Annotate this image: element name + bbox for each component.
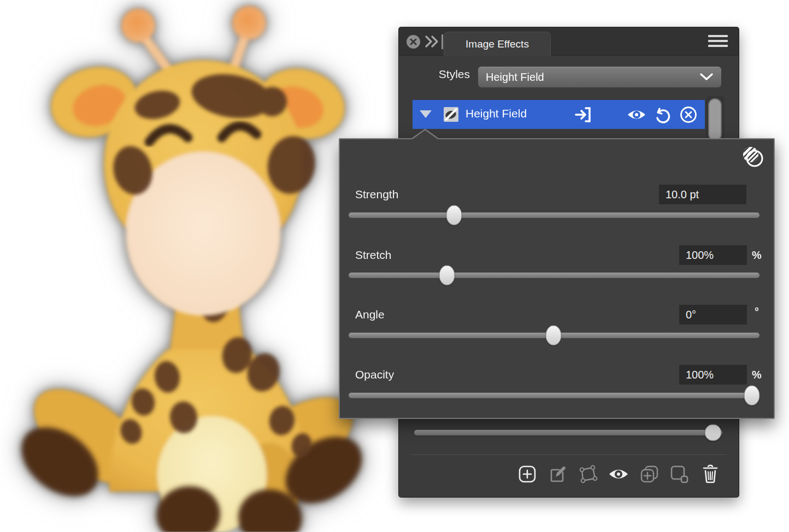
effect-visibility-button[interactable] [626, 106, 645, 123]
layer-thumbnail [444, 107, 458, 122]
strength-label: Strength [355, 185, 398, 204]
effect-row-label: Height Field [466, 107, 527, 120]
tab-image-effects[interactable]: Image Effects [444, 32, 551, 56]
visibility-button[interactable] [608, 463, 629, 485]
angle-slider-track[interactable] [349, 333, 759, 338]
opacity-value: 100% [686, 369, 714, 381]
giraffe-svg [0, 0, 393, 532]
panel-slider-track[interactable] [414, 430, 722, 435]
effect-reset-button[interactable] [653, 106, 672, 123]
import-icon [574, 106, 593, 123]
styles-dropdown-value: Height Field [486, 71, 544, 84]
styles-label: Styles [439, 68, 470, 81]
styles-dropdown[interactable]: Height Field [478, 67, 721, 87]
reset-icon [653, 106, 672, 123]
eye-icon [626, 106, 647, 123]
strength-value-field[interactable]: 10.0 pt [659, 185, 746, 204]
styles-row: Styles Height Field [399, 61, 739, 87]
opacity-slider-track[interactable] [349, 393, 759, 398]
opacity-label: Opacity [355, 365, 394, 385]
stretch-label: Stretch [355, 245, 392, 265]
popup-callout-arrow [412, 129, 438, 140]
texture-drag-icon[interactable] [741, 146, 765, 170]
circle-x-icon [679, 106, 698, 123]
panel-close-button[interactable] [407, 35, 420, 49]
edit-icon [548, 465, 567, 483]
mesh-warp-button[interactable] [577, 463, 599, 485]
stretch-slider-track[interactable] [349, 273, 759, 278]
screen: { "panel": { "tab_title": "Image Effects… [0, 0, 789, 532]
opacity-slider-handle[interactable] [744, 386, 759, 406]
duplicate-plus-icon [639, 465, 659, 483]
giraffe-illustration [0, 0, 393, 532]
strength-slider-handle[interactable] [446, 205, 462, 226]
duplicate-style-button[interactable] [638, 463, 660, 485]
panel-menu-button[interactable] [708, 35, 728, 48]
angle-slider-handle[interactable] [546, 326, 562, 346]
stretch-value: 100% [686, 249, 714, 262]
eye-icon [608, 465, 629, 483]
strength-slider-track[interactable] [349, 212, 759, 218]
chevron-down-icon [699, 72, 714, 82]
panel-toolbar [399, 462, 739, 486]
angle-value: 0° [686, 309, 696, 321]
disclosure-triangle-icon[interactable] [420, 110, 432, 118]
stretch-slider-handle[interactable] [439, 265, 455, 286]
delete-style-button[interactable] [699, 463, 721, 485]
trash-icon [701, 464, 720, 484]
panel-slider-handle[interactable] [705, 424, 722, 441]
collapse-chevrons-button[interactable] [424, 34, 440, 49]
add-icon [518, 465, 537, 483]
stretch-suffix: % [750, 245, 764, 265]
stretch-value-field[interactable]: 100% [679, 245, 747, 265]
add-style-button[interactable] [516, 463, 538, 485]
scrollbar-thumb[interactable] [708, 98, 722, 141]
angle-value-field[interactable]: 0° [679, 305, 747, 324]
copy-squares-icon [669, 465, 689, 483]
import-style-button[interactable] [574, 106, 593, 123]
close-icon [410, 38, 417, 45]
angle-suffix: ° [750, 302, 764, 321]
mesh-quad-icon [578, 465, 598, 483]
panel-titlebar: Image Effects [399, 27, 739, 56]
edit-style-button[interactable] [546, 463, 568, 485]
copy-style-button[interactable] [668, 463, 690, 485]
toolbar-divider [411, 454, 727, 455]
effect-row-height-field[interactable]: Height Field [413, 100, 705, 129]
opacity-value-field[interactable]: 100% [679, 365, 747, 385]
effect-remove-button[interactable] [679, 106, 698, 123]
tab-label: Image Effects [466, 38, 529, 50]
strength-value: 10.0 pt [666, 188, 699, 201]
double-chevron-right-icon [424, 34, 440, 49]
opacity-suffix: % [750, 365, 764, 385]
effect-settings-popup: Strength 10.0 pt Stretch 100% % Angle 0°… [339, 138, 775, 419]
angle-label: Angle [355, 305, 385, 324]
